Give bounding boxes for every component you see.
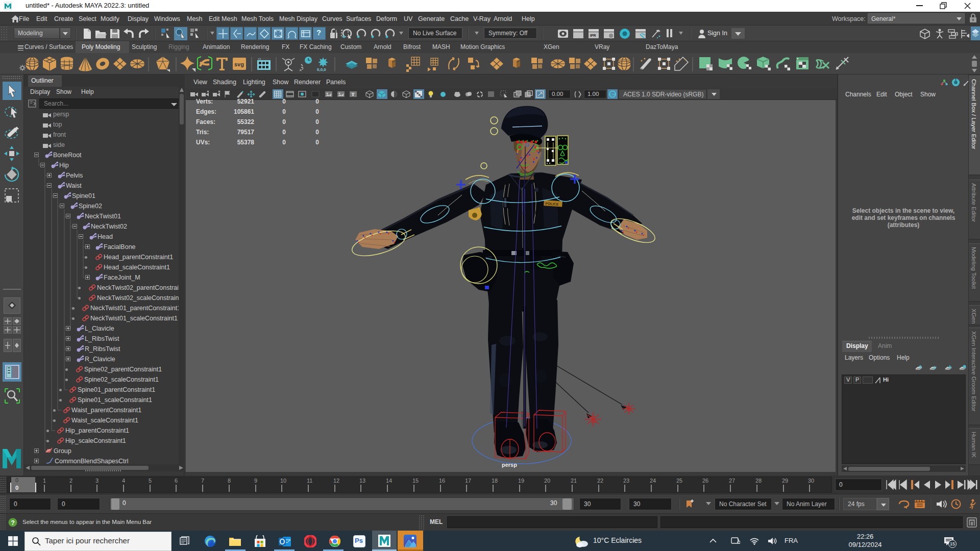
svg-text:persp: persp bbox=[502, 462, 517, 468]
svg-text:CM: CM bbox=[610, 93, 615, 96]
svg-text:IPR: IPR bbox=[590, 34, 596, 37]
svg-text:0,0,0: 0,0,0 bbox=[317, 67, 326, 72]
svg-text:svg: svg bbox=[234, 61, 244, 67]
svg-text:?: ? bbox=[11, 519, 15, 527]
svg-text:✕: ✕ bbox=[299, 68, 302, 72]
svg-text:T: T bbox=[352, 92, 355, 97]
